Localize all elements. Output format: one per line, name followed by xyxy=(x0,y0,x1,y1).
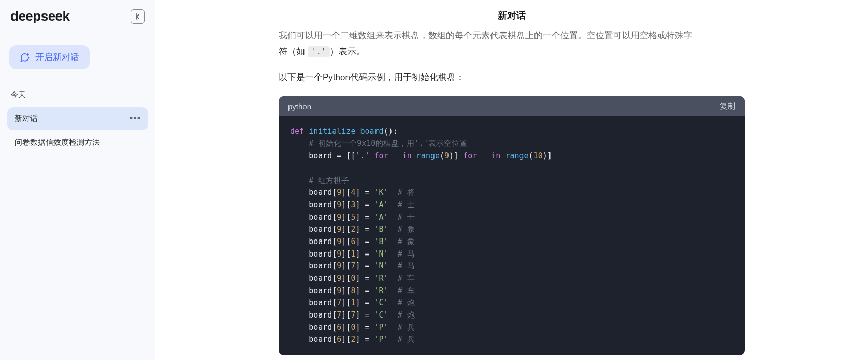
page-title: 新对话 xyxy=(498,9,526,22)
body-line-2: 符（如 '.'）表示。 xyxy=(279,44,745,60)
code-block: python 复制 def initialize_board(): # 初始化一… xyxy=(279,96,745,355)
body-intro: 以下是一个Python代码示例，用于初始化棋盘： xyxy=(279,70,745,86)
content-inner: 我们可以用一个二维数组来表示棋盘，数组的每个元素代表棋盘上的一个位置。空位置可以… xyxy=(279,28,745,355)
code-language: python xyxy=(288,102,311,111)
sidebar-item-label: 问卷数据信效度检测方法 xyxy=(15,138,100,147)
more-icon[interactable]: ••• xyxy=(129,113,141,124)
sidebar: deepseek 开启新对话 今天 新对话•••问卷数据信效度检测方法 xyxy=(0,0,155,360)
chat-list: 新对话•••问卷数据信效度检测方法 xyxy=(7,107,148,154)
copy-button[interactable]: 复制 xyxy=(720,101,735,111)
sidebar-item-0[interactable]: 新对话••• xyxy=(7,107,148,130)
code-header: python 复制 xyxy=(279,96,745,116)
collapse-icon xyxy=(134,13,141,20)
brand-logo: deepseek xyxy=(10,8,70,24)
header: 新对话 xyxy=(155,0,868,28)
section-today: 今天 xyxy=(7,90,148,100)
new-chat-label: 开启新对话 xyxy=(35,51,79,63)
main: 新对话 我们可以用一个二维数组来表示棋盘，数组的每个元素代表棋盘上的一个位置。空… xyxy=(155,0,868,360)
content[interactable]: 我们可以用一个二维数组来表示棋盘，数组的每个元素代表棋盘上的一个位置。空位置可以… xyxy=(155,28,868,360)
inline-code: '.' xyxy=(308,46,330,57)
body-partial-line: 我们可以用一个二维数组来表示棋盘，数组的每个元素代表棋盘上的一个位置。空位置可以… xyxy=(279,28,745,44)
sidebar-top: deepseek xyxy=(7,8,148,24)
sidebar-item-1[interactable]: 问卷数据信效度检测方法 xyxy=(7,131,148,154)
body-line-before: 符（如 xyxy=(279,47,308,56)
code-pre: def initialize_board(): # 初始化一个9x10的棋盘，用… xyxy=(290,126,733,346)
new-chat-button[interactable]: 开启新对话 xyxy=(9,45,90,69)
code-body[interactable]: def initialize_board(): # 初始化一个9x10的棋盘，用… xyxy=(279,116,745,355)
body-line-after: ）表示。 xyxy=(330,47,365,56)
new-chat-icon xyxy=(20,52,30,63)
collapse-sidebar-button[interactable] xyxy=(131,9,145,24)
sidebar-item-label: 新对话 xyxy=(15,114,38,124)
